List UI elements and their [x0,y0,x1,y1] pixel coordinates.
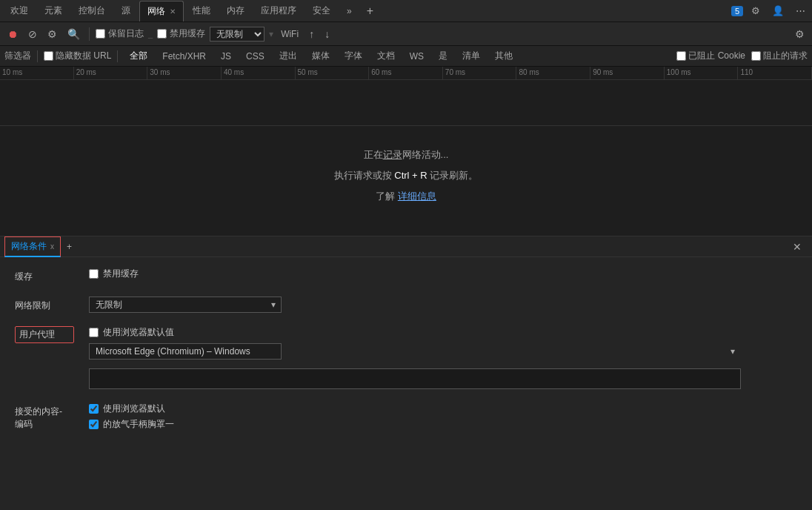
filter-css[interactable]: CSS [240,50,270,62]
tab-network[interactable]: 网络 ✕ [139,1,184,21]
add-panel-tab-button[interactable]: + [61,239,78,255]
ruler-tick-7: 80 ms [516,67,590,80]
filter-ws[interactable]: WS [404,50,430,62]
close-panel-button[interactable]: ✕ [787,239,808,254]
blocked-requests-input[interactable] [751,51,761,61]
filter-js[interactable]: JS [215,50,237,62]
toolbar-separator-1 [89,27,90,41]
throttle-control: 无限制 快速 3G 慢速 3G 离线 [89,297,282,313]
timeline-bars [0,80,812,125]
tab-network-close[interactable]: ✕ [170,7,176,16]
more-icon[interactable]: ⋯ [792,4,809,18]
throttle-label: 网络限制 [15,297,74,312]
record-button[interactable]: ⏺ [4,27,21,42]
more-tabs-icon: » [347,6,352,16]
tab-security[interactable]: 安全 [305,1,338,21]
disable-cache-nc-input[interactable] [89,269,99,279]
filter-all[interactable]: 全部 [124,49,153,63]
hide-data-urls-input[interactable] [44,51,53,61]
learn-more-link[interactable]: 详细信息 [398,191,436,202]
tab-elements[interactable]: 元素 [37,1,70,21]
ruler-tick-0: 10 ms [0,67,74,80]
accept-deflate-input[interactable] [89,420,99,429]
tab-memory[interactable]: 内存 [219,1,252,21]
ua-select[interactable]: Microsoft Edge (Chromium) – Windows Chro… [89,343,282,360]
tab-bar-right: 5 ⚙ 👤 ⋯ [731,4,809,18]
user-agent-label: 用户代理 [15,326,74,343]
add-tab-button[interactable]: + [361,1,379,21]
preserve-log-checkbox[interactable]: 保留日志 [96,27,144,40]
ua-select-wrapper: Microsoft Edge (Chromium) – Windows Chro… [89,343,741,360]
filter-bar: 筛选器 隐藏数据 URL 全部 Fetch/XHR JS CSS 进出 媒体 字… [0,46,812,67]
ruler-tick-2: 30 ms [147,67,222,80]
filter-separator-2 [117,50,118,62]
tab-application[interactable]: 应用程序 [253,1,304,21]
filter-is[interactable]: 是 [433,49,453,63]
cache-label: 缓存 [15,268,74,283]
network-toolbar: ⏺ ⊘ ⚙ 🔍 保留日志 _ 禁用缓存 无限制 快速 3G 慢速 3G 离线 ▾… [0,22,812,46]
download-icon[interactable]: ↓ [322,27,333,42]
ruler-tick-1: 20 ms [74,67,148,80]
panel-tab-bar: 网络条件 x + ✕ [0,236,812,257]
recording-line1: 正在记录网络活动... [364,148,449,162]
ruler-tick-4: 50 ms [296,67,370,80]
tab-more[interactable]: » [339,1,359,21]
recording-link[interactable]: 记录 [383,149,402,160]
tab-console[interactable]: 控制台 [71,1,113,21]
preserve-log-input[interactable] [96,29,105,39]
wifi-icon[interactable]: WiFi [278,27,302,41]
filter-clear[interactable]: 清单 [456,49,486,63]
accept-use-default-checkbox[interactable]: 使用浏览器默认 [89,403,174,415]
disable-cache-checkbox[interactable]: 禁用缓存 [157,27,205,40]
recording-message: 正在记录网络活动... 执行请求或按 Ctrl + R 记录刷新。 了解 详细信… [0,126,812,218]
throttle-select[interactable]: 无限制 快速 3G 慢速 3G 离线 [210,27,264,42]
throttle-nc-select-wrapper: 无限制 快速 3G 慢速 3G 离线 [89,297,282,313]
user-icon[interactable]: 👤 [768,4,788,18]
main-area: 正在记录网络活动... 执行请求或按 Ctrl + R 记录刷新。 了解 详细信… [0,126,812,510]
hide-data-urls-checkbox[interactable]: 隐藏数据 URL [44,50,111,62]
filter-font[interactable]: 字体 [339,49,368,63]
timeline-ruler: 10 ms 20 ms 30 ms 40 ms 50 ms 60 ms 70 m… [0,67,812,80]
upload-icon[interactable]: ↑ [306,27,317,42]
filter-label: 筛选器 [4,50,31,62]
shortcut-text: Ctrl + R [394,170,427,181]
blocked-requests-checkbox[interactable]: 阻止的请求 [751,50,808,62]
cache-row: 缓存 禁用缓存 [15,268,797,283]
filter-fetch-xhr[interactable]: Fetch/XHR [156,50,212,62]
ua-use-default-checkbox[interactable]: 使用浏览器默认值 [89,326,741,339]
accept-encoding-controls: 使用浏览器默认 的放气手柄胸罩一 [89,403,174,431]
cache-control: 禁用缓存 [89,268,139,280]
ruler-tick-3: 40 ms [222,67,296,80]
blocked-cookies-input[interactable] [676,51,686,61]
panel-tab-close-btn[interactable]: x [50,242,54,251]
disable-cache-input[interactable] [157,29,167,39]
search-icon[interactable]: 🔍 [64,27,83,42]
tab-welcome[interactable]: 欢迎 [3,1,36,21]
filter-icon[interactable]: ⚙ [44,27,60,42]
throttle-row: 网络限制 无限制 快速 3G 慢速 3G 离线 [15,297,797,313]
settings-icon[interactable]: ⚙ [748,4,764,18]
throttle-nc-select[interactable]: 无限制 快速 3G 慢速 3G 离线 [89,297,282,313]
ruler-tick-6: 70 ms [443,67,517,80]
filter-export[interactable]: 进出 [273,49,303,63]
stop-icon[interactable]: ⊘ [25,27,40,42]
disable-cache-nc-checkbox[interactable]: 禁用缓存 [89,268,139,280]
filter-other[interactable]: 其他 [489,49,519,63]
accept-use-default-input[interactable] [89,404,99,414]
filter-doc[interactable]: 文档 [371,49,401,63]
ruler-tick-8: 90 ms [590,67,665,80]
filter-media[interactable]: 媒体 [306,49,336,63]
accept-encoding-row: 接受的内容-编码 使用浏览器默认 的放气手柄胸罩一 [15,403,797,431]
accept-deflate-checkbox[interactable]: 的放气手柄胸罩一 [89,418,174,431]
tab-performance[interactable]: 性能 [185,1,218,21]
ua-string-input[interactable]: Mozilla/5.0 (Windows NT 10.0;Win64;x64) … [89,368,741,389]
blocked-cookies-checkbox[interactable]: 已阻止 Cookie [676,50,745,62]
ua-use-default-input[interactable] [89,328,99,337]
ruler-tick-5: 60 ms [369,67,443,80]
network-settings-icon[interactable]: ⚙ [792,27,808,42]
tab-sources[interactable]: 源 [114,1,138,21]
throttle-dropdown-arrow: ▾ [269,29,273,39]
separator-line: _ [148,30,153,39]
notification-badge: 5 [731,6,743,16]
panel-tab-network-conditions[interactable]: 网络条件 x [4,236,61,257]
